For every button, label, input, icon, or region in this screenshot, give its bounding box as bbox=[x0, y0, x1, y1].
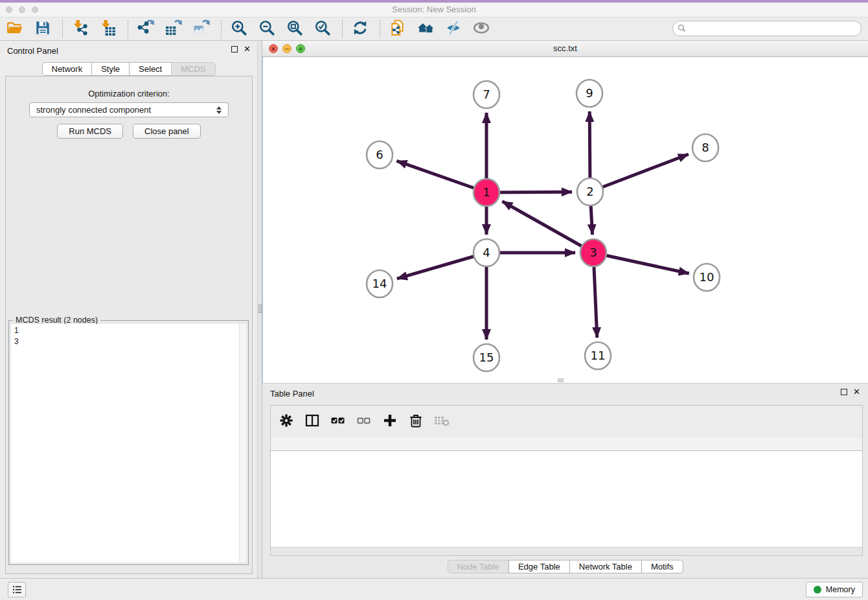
edge-3-10[interactable] bbox=[593, 253, 689, 273]
canvas-splitter-handle[interactable] bbox=[558, 378, 564, 382]
search-icon bbox=[678, 24, 686, 32]
control-panel-title: Control Panel bbox=[7, 46, 58, 56]
svg-text:2: 2 bbox=[586, 185, 593, 198]
panel-splitter[interactable] bbox=[257, 41, 262, 578]
mcds-result-text[interactable]: 1 3 bbox=[11, 324, 246, 562]
duplicate-network-button[interactable] bbox=[388, 19, 407, 39]
export-network-button[interactable] bbox=[136, 19, 155, 39]
application-window: Session: New Session Control Panel ✕ Net… bbox=[0, 0, 868, 600]
table-panel: Table Panel ✕ Node TableEdge TableNetwor… bbox=[262, 383, 868, 578]
toolbar-separator bbox=[380, 20, 380, 38]
deselect-all-icon bbox=[356, 413, 372, 430]
tab-motifs[interactable]: Motifs bbox=[641, 560, 683, 573]
main-toolbar bbox=[0, 17, 868, 41]
tab-node-table[interactable]: Node Table bbox=[447, 560, 509, 573]
close-panel-button[interactable]: Close panel bbox=[133, 124, 201, 139]
tab-network[interactable]: Network bbox=[41, 62, 92, 76]
zoom-in-button[interactable] bbox=[229, 19, 249, 39]
close-table-panel-icon[interactable]: ✕ bbox=[853, 389, 860, 395]
table-header-row bbox=[271, 438, 862, 451]
node-3[interactable]: 3 bbox=[580, 239, 606, 266]
node-6[interactable]: 6 bbox=[367, 141, 393, 168]
apply-layout-button[interactable] bbox=[350, 19, 370, 39]
zoom-fit-icon bbox=[286, 19, 303, 38]
network-area: × − + scc.txt 7968124310141511 Table Pan… bbox=[262, 41, 868, 578]
tab-select[interactable]: Select bbox=[129, 62, 172, 76]
tab-network-table[interactable]: Network Table bbox=[569, 560, 642, 573]
node-11[interactable]: 11 bbox=[585, 342, 611, 369]
table-toolbar bbox=[271, 406, 862, 437]
deselect-all-rows-button[interactable] bbox=[355, 413, 372, 430]
delete-table-icon bbox=[434, 413, 450, 430]
import-table-button[interactable] bbox=[98, 19, 118, 39]
table-settings-button[interactable] bbox=[277, 413, 295, 430]
edge-2-8[interactable] bbox=[590, 154, 689, 192]
zoom-fit-button[interactable] bbox=[285, 19, 304, 39]
zoom-selected-button[interactable] bbox=[313, 19, 332, 39]
add-column-button[interactable] bbox=[381, 413, 398, 430]
eye-slash-icon bbox=[445, 19, 462, 38]
node-7[interactable]: 7 bbox=[474, 81, 499, 108]
table-horizontal-scrollbar[interactable] bbox=[271, 547, 862, 555]
control-panel-tabs: NetworkStyleSelectMCDS bbox=[41, 62, 215, 76]
list-icon bbox=[11, 584, 23, 595]
search-input[interactable] bbox=[672, 21, 862, 36]
plus-icon bbox=[382, 413, 398, 430]
node-9[interactable]: 9 bbox=[577, 80, 602, 107]
open-file-button[interactable] bbox=[5, 19, 25, 39]
select-all-rows-button[interactable] bbox=[329, 413, 347, 430]
run-mcds-button[interactable]: Run MCDS bbox=[57, 124, 123, 139]
edge-4-14[interactable] bbox=[397, 253, 486, 279]
toolbar-separator bbox=[342, 20, 343, 38]
node-2[interactable]: 2 bbox=[577, 178, 603, 205]
close-panel-icon[interactable]: ✕ bbox=[244, 46, 251, 52]
export-image-button[interactable] bbox=[192, 19, 211, 39]
zoom-out-button[interactable] bbox=[257, 19, 277, 39]
export-table-button[interactable] bbox=[164, 19, 183, 39]
splitter-handle[interactable] bbox=[258, 305, 262, 313]
node-15[interactable]: 15 bbox=[474, 344, 499, 371]
split-view-button[interactable] bbox=[303, 413, 321, 430]
status-bar: Memory bbox=[0, 578, 868, 600]
toolbar-separator bbox=[221, 20, 222, 38]
mcds-result-title: MCDS result (2 nodes) bbox=[13, 316, 100, 325]
network-window-title: scc.txt bbox=[262, 43, 868, 53]
network-canvas[interactable]: 7968124310141511 bbox=[262, 57, 868, 383]
import-table-icon bbox=[100, 19, 117, 38]
node-table-container bbox=[270, 405, 863, 556]
show-panels-button[interactable] bbox=[472, 19, 491, 39]
hide-panels-button[interactable] bbox=[444, 19, 463, 39]
import-network-icon bbox=[72, 19, 89, 38]
first-neighbors-button[interactable] bbox=[416, 19, 435, 39]
delete-table-button bbox=[433, 413, 450, 430]
toolbar-separator bbox=[128, 20, 128, 38]
float-table-panel-icon[interactable] bbox=[841, 389, 847, 395]
mcds-buttons: Run MCDS Close panel bbox=[6, 124, 252, 139]
zoom-in-icon bbox=[231, 19, 247, 38]
edge-1-6[interactable] bbox=[396, 161, 486, 192]
criterion-select[interactable]: strongly connected component bbox=[29, 102, 229, 117]
node-14[interactable]: 14 bbox=[367, 270, 393, 297]
table-panel-title: Table Panel bbox=[270, 389, 314, 398]
node-1[interactable]: 1 bbox=[474, 179, 499, 206]
save-session-button[interactable] bbox=[33, 19, 52, 39]
delete-column-button[interactable] bbox=[407, 413, 424, 430]
result-scrollbar[interactable] bbox=[239, 324, 246, 562]
tab-style[interactable]: Style bbox=[91, 62, 130, 76]
float-panel-icon[interactable] bbox=[231, 46, 238, 52]
tab-mcds[interactable]: MCDS bbox=[171, 62, 215, 76]
task-history-button[interactable] bbox=[8, 582, 26, 597]
network-window-titlebar: × − + scc.txt bbox=[262, 41, 868, 57]
svg-text:3: 3 bbox=[589, 246, 597, 259]
import-network-button[interactable] bbox=[71, 19, 90, 39]
node-4[interactable]: 4 bbox=[474, 239, 499, 266]
network-canvas-svg: 7968124310141511 bbox=[263, 57, 868, 383]
mcds-panel: Optimization criterion: strongly connect… bbox=[5, 76, 253, 574]
memory-status-icon bbox=[814, 586, 821, 594]
svg-text:7: 7 bbox=[483, 87, 490, 101]
node-10[interactable]: 10 bbox=[694, 264, 720, 291]
memory-button[interactable]: Memory bbox=[806, 582, 863, 597]
tab-edge-table[interactable]: Edge Table bbox=[508, 560, 570, 573]
node-8[interactable]: 8 bbox=[692, 134, 718, 161]
edge-3-1[interactable] bbox=[502, 202, 593, 253]
